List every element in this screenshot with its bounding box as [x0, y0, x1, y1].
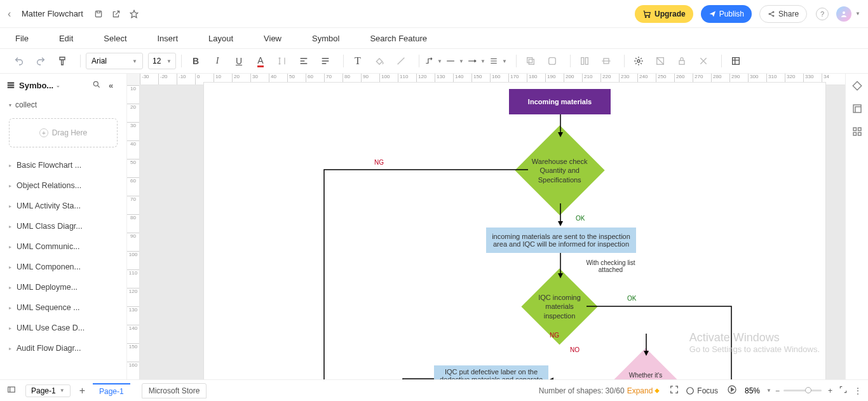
avatar[interactable] — [836, 6, 851, 22]
search-icon[interactable] — [92, 80, 104, 91]
label-ng2: NG — [550, 332, 559, 339]
shape-category[interactable]: ▸UML Communic... — [0, 236, 126, 257]
menu-symbol[interactable]: Symbol — [312, 34, 339, 43]
apps-icon[interactable] — [851, 126, 863, 137]
svg-rect-17 — [8, 85, 15, 86]
node-warehouse-check[interactable]: Warehouse check Quantity and Specificati… — [515, 125, 604, 215]
connector-button[interactable]: ▼ — [424, 52, 442, 70]
menu-edit[interactable]: Edit — [59, 34, 73, 43]
svg-rect-9 — [529, 59, 534, 64]
shadow-button[interactable] — [522, 52, 539, 70]
help-icon[interactable]: ? — [816, 8, 829, 20]
zoom-out-button[interactable]: − — [775, 386, 780, 395]
share-button[interactable]: Share — [759, 5, 807, 23]
zoom-slider[interactable] — [783, 390, 822, 391]
shape-category[interactable]: ▸Basic Flowchart ... — [0, 155, 126, 175]
shape-category[interactable]: ▸Object Relations... — [0, 175, 126, 196]
svg-rect-8 — [527, 58, 532, 63]
svg-point-7 — [843, 11, 845, 14]
shape-category[interactable]: ▸UML Componen... — [0, 257, 126, 277]
panel-title-caret[interactable]: ⌄ — [56, 83, 60, 88]
svg-rect-10 — [549, 58, 556, 65]
shape-category[interactable]: ▸UML Class Diagr... — [0, 216, 126, 236]
diamond-tool-icon[interactable] — [851, 80, 863, 92]
italic-button[interactable]: I — [208, 52, 226, 70]
arrow-style-button[interactable]: ▼ — [468, 52, 485, 70]
line-style-button[interactable]: ▼ — [446, 52, 464, 70]
menu-layout[interactable]: Layout — [208, 34, 233, 43]
layers-icon[interactable] — [851, 103, 863, 114]
zoom-caret[interactable]: ▼ — [766, 388, 771, 393]
taskbar-item[interactable]: Microsoft Store — [142, 383, 207, 398]
fill-color-button[interactable] — [370, 52, 388, 70]
text-spacing-button[interactable] — [273, 52, 291, 70]
page-select[interactable]: Page-1▼ — [25, 384, 71, 397]
node-incoming-materials[interactable]: Incoming materials — [509, 89, 611, 114]
round-corners-button[interactable] — [543, 52, 561, 70]
theme-button[interactable] — [630, 52, 648, 70]
menu-view[interactable]: View — [264, 34, 281, 43]
label-no: NO — [570, 346, 580, 353]
bold-button[interactable]: B — [187, 52, 205, 70]
shape-category[interactable]: ▸UML Deployme... — [0, 277, 126, 297]
menu-select[interactable]: Select — [104, 34, 126, 43]
lock-button[interactable] — [673, 52, 691, 70]
focus-button[interactable]: Focus — [686, 386, 718, 395]
edit-button[interactable] — [651, 52, 669, 70]
distribute-button[interactable] — [576, 52, 593, 70]
shape-category[interactable]: ▸UML Activity Sta... — [0, 196, 126, 216]
zoom-in-button[interactable]: + — [828, 386, 832, 395]
svg-point-2 — [645, 16, 646, 17]
ruler-vertical: 1020304050607080901001101201301401501601… — [127, 85, 140, 379]
shape-category[interactable]: ▸Audit Flow Diagr... — [0, 338, 126, 358]
left-panel: Symbo... ⌄ « ▾collect + Drag Here ▸Basic… — [0, 74, 127, 379]
svg-rect-18 — [8, 86, 15, 88]
table-button[interactable] — [727, 52, 745, 70]
svg-rect-16 — [8, 82, 15, 83]
add-page-button[interactable]: + — [79, 385, 85, 397]
tools-button[interactable] — [695, 52, 712, 70]
line-jump-button[interactable]: ▼ — [489, 52, 507, 70]
svg-rect-34 — [858, 133, 861, 136]
shape-category[interactable]: ▸UML Use Case D... — [0, 318, 126, 338]
collapse-panel-icon[interactable]: « — [109, 81, 120, 90]
svg-rect-31 — [853, 128, 857, 131]
menu-file[interactable]: File — [15, 34, 29, 43]
avatar-menu-caret[interactable]: ▼ — [855, 11, 860, 17]
redo-button[interactable] — [32, 52, 50, 70]
more-icon[interactable]: ⋮ — [854, 386, 862, 395]
save-icon[interactable] — [93, 9, 104, 19]
shape-category[interactable]: ▸UML Sequence ... — [0, 297, 126, 318]
upgrade-button[interactable]: Upgrade — [635, 5, 693, 23]
publish-button[interactable]: Publish — [701, 5, 752, 23]
collect-section[interactable]: ▾collect — [0, 97, 126, 113]
panel-title: Symbo... — [19, 81, 53, 90]
format-painter-button[interactable] — [53, 52, 71, 70]
canvas-area[interactable]: -30-20-100102030405060708090100110120130… — [127, 74, 845, 379]
line-color-button[interactable] — [392, 52, 410, 70]
menu-search[interactable]: Search Feature — [370, 34, 427, 43]
expand-link[interactable]: Expand — [627, 386, 653, 395]
play-button[interactable] — [727, 384, 737, 397]
align-left-button[interactable] — [295, 52, 313, 70]
undo-button[interactable] — [10, 52, 28, 70]
back-icon[interactable]: ‹ — [8, 8, 17, 20]
paper[interactable]: Incoming materials Warehouse check Quant… — [203, 82, 826, 379]
page-tab[interactable]: Page-1 — [93, 383, 130, 398]
font-color-button[interactable]: A — [252, 52, 269, 70]
font-select[interactable]: Arial▼ — [86, 53, 143, 69]
underline-button[interactable]: U — [230, 52, 248, 70]
fullscreen-icon[interactable] — [839, 385, 848, 396]
align-objects-button[interactable] — [597, 52, 615, 70]
fit-screen-icon[interactable] — [669, 384, 679, 397]
external-link-icon[interactable] — [111, 9, 121, 19]
align-vertical-button[interactable] — [316, 52, 334, 70]
drag-here-zone[interactable]: + Drag Here — [9, 118, 118, 147]
outline-icon[interactable] — [6, 385, 17, 396]
menu-insert[interactable]: Insert — [158, 34, 179, 43]
star-icon[interactable] — [129, 9, 139, 19]
fontsize-select[interactable]: 12▼ — [148, 53, 176, 69]
label-ng1: NG — [374, 159, 384, 166]
text-tool-button[interactable]: T — [349, 52, 367, 70]
zoom-value[interactable]: 85% — [745, 386, 760, 395]
